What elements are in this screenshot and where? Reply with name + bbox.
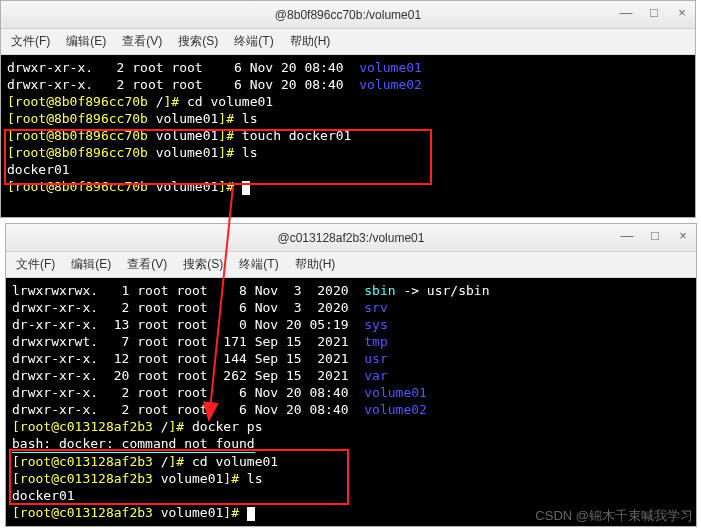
menu-search[interactable]: 搜索(S) bbox=[183, 256, 223, 273]
watermark-text: CSDN @锦木千束喊我学习 bbox=[535, 507, 693, 525]
window-title-2: @c013128af2b3:/volume01 bbox=[278, 231, 425, 245]
menu-edit[interactable]: 编辑(E) bbox=[66, 33, 106, 50]
terminal-body-1[interactable]: drwxr-xr-x. 2 root root 6 Nov 20 08:40 v… bbox=[1, 55, 695, 217]
link-sbin: sbin bbox=[364, 283, 395, 298]
menubar-1: 文件(F) 编辑(E) 查看(V) 搜索(S) 终端(T) 帮助(H) bbox=[1, 29, 695, 55]
output-line: docker01 bbox=[7, 161, 689, 178]
minimize-icon[interactable]: — bbox=[618, 228, 636, 243]
prompt-line: [root@8b0f896cc70b volume01]# bbox=[7, 178, 689, 195]
ls-row: drwxr-xr-x. 2 root root 6 Nov 20 08:40 v… bbox=[12, 401, 690, 418]
close-icon[interactable]: × bbox=[674, 228, 692, 243]
maximize-icon[interactable]: □ bbox=[645, 5, 663, 20]
output-line: docker01 bbox=[12, 487, 690, 504]
menu-view[interactable]: 查看(V) bbox=[127, 256, 167, 273]
dir-volume02: volume02 bbox=[364, 402, 427, 417]
ls-row: drwxr-xr-x. 2 root root 6 Nov 20 08:40 v… bbox=[7, 59, 689, 76]
menu-help[interactable]: 帮助(H) bbox=[295, 256, 336, 273]
window-controls-1: — □ × bbox=[617, 5, 691, 20]
window-title-1: @8b0f896cc70b:/volume01 bbox=[275, 8, 421, 22]
menu-terminal[interactable]: 终端(T) bbox=[234, 33, 273, 50]
menu-file[interactable]: 文件(F) bbox=[16, 256, 55, 273]
cursor-icon bbox=[247, 507, 255, 521]
dir-tmp: tmp bbox=[364, 334, 387, 349]
prompt-line: [root@8b0f896cc70b volume01]# ls bbox=[7, 144, 689, 161]
dir-volume01: volume01 bbox=[359, 60, 422, 75]
prompt-line: [root@8b0f896cc70b /]# cd volume01 bbox=[7, 93, 689, 110]
prompt-line: [root@c013128af2b3 volume01]# ls bbox=[12, 470, 690, 487]
terminal-body-2[interactable]: lrwxrwxrwx. 1 root root 8 Nov 3 2020 sbi… bbox=[6, 278, 696, 526]
ls-row: drwxr-xr-x. 2 root root 6 Nov 20 08:40 v… bbox=[12, 384, 690, 401]
dir-var: var bbox=[364, 368, 387, 383]
ls-row: dr-xr-xr-x. 13 root root 0 Nov 20 05:19 … bbox=[12, 316, 690, 333]
dir-volume02: volume02 bbox=[359, 77, 422, 92]
ls-row: drwxr-xr-x. 2 root root 6 Nov 3 2020 srv bbox=[12, 299, 690, 316]
menu-terminal[interactable]: 终端(T) bbox=[239, 256, 278, 273]
terminal-window-2: @c013128af2b3:/volume01 — □ × 文件(F) 编辑(E… bbox=[5, 223, 697, 527]
dir-srv: srv bbox=[364, 300, 387, 315]
menubar-2: 文件(F) 编辑(E) 查看(V) 搜索(S) 终端(T) 帮助(H) bbox=[6, 252, 696, 278]
window-controls-2: — □ × bbox=[618, 228, 692, 243]
titlebar-2: @c013128af2b3:/volume01 — □ × bbox=[6, 224, 696, 252]
ls-row: drwxrwxrwt. 7 root root 171 Sep 15 2021 … bbox=[12, 333, 690, 350]
ls-row: drwxr-xr-x. 20 root root 262 Sep 15 2021… bbox=[12, 367, 690, 384]
maximize-icon[interactable]: □ bbox=[646, 228, 664, 243]
prompt-line: [root@8b0f896cc70b volume01]# ls bbox=[7, 110, 689, 127]
ls-row: drwxr-xr-x. 2 root root 6 Nov 20 08:40 v… bbox=[7, 76, 689, 93]
close-icon[interactable]: × bbox=[673, 5, 691, 20]
dir-usr: usr bbox=[364, 351, 387, 366]
menu-search[interactable]: 搜索(S) bbox=[178, 33, 218, 50]
titlebar-1: @8b0f896cc70b:/volume01 — □ × bbox=[1, 1, 695, 29]
dir-sys: sys bbox=[364, 317, 387, 332]
prompt-line: [root@c013128af2b3 /]# cd volume01 bbox=[12, 453, 690, 470]
terminal-window-1: @8b0f896cc70b:/volume01 — □ × 文件(F) 编辑(E… bbox=[0, 0, 696, 218]
error-line: bash: docker: command not found bbox=[12, 435, 690, 453]
cursor-icon bbox=[242, 181, 250, 195]
minimize-icon[interactable]: — bbox=[617, 5, 635, 20]
prompt-line: [root@8b0f896cc70b volume01]# touch dock… bbox=[7, 127, 689, 144]
menu-edit[interactable]: 编辑(E) bbox=[71, 256, 111, 273]
menu-help[interactable]: 帮助(H) bbox=[290, 33, 331, 50]
prompt-line: [root@c013128af2b3 /]# docker ps bbox=[12, 418, 690, 435]
menu-view[interactable]: 查看(V) bbox=[122, 33, 162, 50]
dir-volume01: volume01 bbox=[364, 385, 427, 400]
ls-row: lrwxrwxrwx. 1 root root 8 Nov 3 2020 sbi… bbox=[12, 282, 690, 299]
menu-file[interactable]: 文件(F) bbox=[11, 33, 50, 50]
ls-row: drwxr-xr-x. 12 root root 144 Sep 15 2021… bbox=[12, 350, 690, 367]
